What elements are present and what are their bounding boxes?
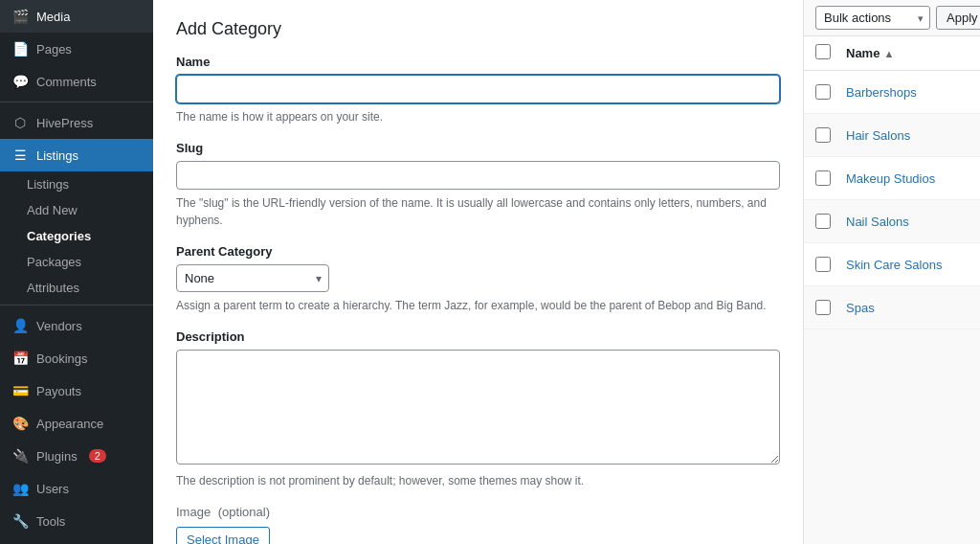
sidebar-sublabel-attributes: Attributes bbox=[27, 281, 79, 295]
sidebar-label-appearance: Appearance bbox=[36, 417, 103, 431]
row-checkbox[interactable] bbox=[815, 170, 831, 186]
sidebar-label-payouts: Payouts bbox=[36, 384, 81, 398]
sidebar-subitem-listings[interactable]: Listings bbox=[0, 171, 153, 197]
sidebar-label-comments: Comments bbox=[36, 75, 97, 89]
row-checkbox[interactable] bbox=[815, 300, 831, 315]
sidebar-divider bbox=[0, 102, 153, 102]
hivepress-icon: ⬡ bbox=[11, 114, 29, 131]
sidebar-label-listings: Listings bbox=[36, 148, 78, 163]
select-image-button[interactable]: Select Image bbox=[176, 527, 270, 544]
sidebar-item-tools[interactable]: 🔧 Tools bbox=[0, 505, 153, 537]
bulk-actions-bar: Bulk actions ▾ Apply bbox=[804, 0, 980, 36]
sidebar-item-media[interactable]: 🎬 Media bbox=[0, 0, 153, 33]
description-field-group: Description The description is not promi… bbox=[176, 329, 780, 489]
users-icon: 👥 bbox=[11, 480, 29, 497]
sidebar-item-users[interactable]: 👥 Users bbox=[0, 472, 153, 505]
header-name-label: Name bbox=[846, 46, 880, 60]
table-row: Hair Salons bbox=[804, 114, 980, 157]
sidebar-sublabel-categories: Categories bbox=[27, 229, 91, 243]
table-row: Makeup Studios bbox=[804, 157, 980, 200]
bulk-actions-select[interactable]: Bulk actions bbox=[815, 6, 930, 30]
slug-input[interactable] bbox=[176, 161, 780, 190]
plugins-badge: 2 bbox=[89, 449, 106, 463]
table-row: Barbershops bbox=[804, 71, 980, 114]
name-field-group: Name The name is how it appears on your … bbox=[176, 55, 780, 125]
table-row: Skin Care Salons bbox=[804, 243, 980, 286]
sidebar-item-hivepress[interactable]: ⬡ HivePress bbox=[0, 106, 153, 139]
table-row: Spas bbox=[804, 286, 980, 329]
slug-field-group: Slug The "slug" is the URL-friendly vers… bbox=[176, 141, 780, 229]
comments-icon: 💬 bbox=[11, 73, 29, 90]
parent-category-select[interactable]: None bbox=[176, 264, 329, 292]
category-name-link[interactable]: Nail Salons bbox=[846, 215, 909, 229]
slug-hint: The "slug" is the URL-friendly version o… bbox=[176, 194, 780, 229]
sidebar-sublabel-listings: Listings bbox=[27, 177, 69, 192]
description-textarea[interactable] bbox=[176, 350, 780, 465]
media-icon: 🎬 bbox=[11, 8, 29, 25]
pages-icon: 📄 bbox=[11, 40, 29, 57]
sidebar-item-payouts[interactable]: 💳 Payouts bbox=[0, 374, 153, 407]
category-name-link[interactable]: Makeup Studios bbox=[846, 171, 935, 186]
image-label: Image (optional) bbox=[176, 505, 780, 519]
row-checkbox[interactable] bbox=[815, 84, 831, 100]
main-content: Add Category Name The name is how it app… bbox=[153, 0, 980, 544]
sidebar-subitem-attributes[interactable]: Attributes bbox=[0, 275, 153, 301]
categories-panel: Bulk actions ▾ Apply Name ▲ Barbershop bbox=[804, 0, 980, 544]
sort-icon: ▲ bbox=[883, 48, 894, 59]
description-label: Description bbox=[176, 329, 780, 344]
appearance-icon: 🎨 bbox=[11, 415, 29, 432]
image-label-text: Image bbox=[176, 505, 211, 519]
sidebar-label-tools: Tools bbox=[36, 514, 65, 529]
name-input[interactable] bbox=[176, 75, 780, 103]
parent-category-label: Parent Category bbox=[176, 244, 780, 259]
sidebar-label-pages: Pages bbox=[36, 42, 72, 57]
row-checkbox[interactable] bbox=[815, 214, 831, 229]
add-category-panel: Add Category Name The name is how it app… bbox=[153, 0, 804, 544]
category-name-link[interactable]: Barbershops bbox=[846, 85, 917, 100]
name-label: Name bbox=[176, 55, 780, 69]
header-checkbox-col bbox=[815, 44, 846, 62]
table-row: Nail Salons bbox=[804, 200, 980, 243]
image-optional-text: (optional) bbox=[218, 505, 270, 519]
sidebar-subitem-add-new[interactable]: Add New bbox=[0, 197, 153, 223]
header-name-col[interactable]: Name ▲ bbox=[846, 46, 969, 60]
sidebar-item-plugins[interactable]: 🔌 Plugins 2 bbox=[0, 440, 153, 472]
bookings-icon: 📅 bbox=[11, 350, 29, 367]
sidebar-label-vendors: Vendors bbox=[36, 319, 82, 333]
page-title: Add Category bbox=[176, 19, 780, 39]
tools-icon: 🔧 bbox=[11, 512, 29, 530]
sidebar-label-plugins: Plugins bbox=[36, 449, 78, 464]
sidebar-item-listings[interactable]: ☰ Listings bbox=[0, 139, 153, 171]
sidebar-item-bookings[interactable]: 📅 Bookings bbox=[0, 342, 153, 374]
category-name-link[interactable]: Skin Care Salons bbox=[846, 258, 942, 272]
payouts-icon: 💳 bbox=[11, 382, 29, 399]
sidebar-subitem-categories[interactable]: Categories bbox=[0, 223, 153, 249]
vendors-icon: 👤 bbox=[11, 317, 29, 334]
bulk-actions-wrapper: Bulk actions ▾ bbox=[815, 6, 930, 30]
sidebar-sublabel-packages: Packages bbox=[27, 255, 81, 269]
categories-table-header: Name ▲ bbox=[804, 36, 980, 71]
content-area: Add Category Name The name is how it app… bbox=[153, 0, 980, 544]
sidebar-subitem-packages[interactable]: Packages bbox=[0, 249, 153, 275]
parent-hint: Assign a parent term to create a hierarc… bbox=[176, 297, 780, 314]
sidebar: 🎬 Media 📄 Pages 💬 Comments ⬡ HivePress ☰… bbox=[0, 0, 153, 544]
categories-rows: Barbershops Hair Salons Makeup Studios N… bbox=[804, 71, 980, 329]
select-all-checkbox[interactable] bbox=[815, 44, 831, 59]
apply-button[interactable]: Apply bbox=[936, 6, 980, 30]
plugins-icon: 🔌 bbox=[11, 447, 29, 465]
row-checkbox[interactable] bbox=[815, 257, 831, 272]
parent-category-group: Parent Category None ▾ Assign a parent t… bbox=[176, 244, 780, 314]
category-name-link[interactable]: Spas bbox=[846, 301, 875, 315]
sidebar-item-comments[interactable]: 💬 Comments bbox=[0, 65, 153, 98]
sidebar-label-media: Media bbox=[36, 10, 70, 24]
row-checkbox[interactable] bbox=[815, 127, 831, 143]
slug-label: Slug bbox=[176, 141, 780, 155]
sidebar-item-pages[interactable]: 📄 Pages bbox=[0, 33, 153, 65]
category-name-link[interactable]: Hair Salons bbox=[846, 128, 910, 143]
description-hint: The description is not prominent by defa… bbox=[176, 472, 780, 489]
image-field-group: Image (optional) Select Image bbox=[176, 505, 780, 544]
listings-icon: ☰ bbox=[11, 147, 29, 164]
sidebar-item-appearance[interactable]: 🎨 Appearance bbox=[0, 407, 153, 440]
sidebar-sublabel-add-new: Add New bbox=[27, 203, 78, 217]
sidebar-item-vendors[interactable]: 👤 Vendors bbox=[0, 309, 153, 342]
